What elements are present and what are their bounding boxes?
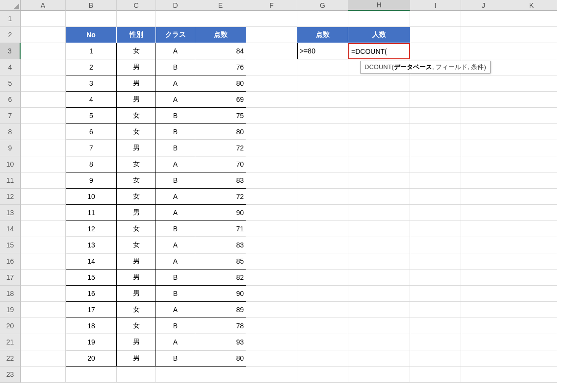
cell-I22[interactable]: [410, 350, 461, 367]
cell-sex[interactable]: 男: [117, 350, 156, 367]
cell-sex[interactable]: 女: [117, 156, 156, 172]
select-all-corner[interactable]: [0, 0, 21, 11]
cell-H7[interactable]: [348, 108, 410, 124]
cell-G12[interactable]: [297, 189, 348, 205]
cell-A14[interactable]: [21, 221, 66, 237]
cell-F22[interactable]: [246, 350, 297, 367]
cell-G20[interactable]: [297, 318, 348, 334]
formula-cell[interactable]: =DCOUNT(DCOUNT(データベース, フィールド, 条件): [348, 43, 410, 59]
cell-sex[interactable]: 女: [117, 43, 156, 59]
cell-H17[interactable]: [348, 270, 410, 286]
cell-K4[interactable]: [506, 59, 557, 75]
cell-F10[interactable]: [246, 156, 297, 172]
cell-F17[interactable]: [246, 270, 297, 286]
cell-A1[interactable]: [21, 11, 66, 27]
row-header-23[interactable]: 23: [0, 367, 21, 383]
cell-F9[interactable]: [246, 140, 297, 156]
cell-class[interactable]: A: [156, 43, 195, 59]
cell-G18[interactable]: [297, 286, 348, 302]
cell-sex[interactable]: 男: [117, 334, 156, 350]
cell-K2[interactable]: [506, 27, 557, 43]
cell-A2[interactable]: [21, 27, 66, 43]
cell-K21[interactable]: [506, 334, 557, 350]
cell-I10[interactable]: [410, 156, 461, 172]
col-header-F[interactable]: F: [246, 0, 297, 11]
row-header-10[interactable]: 10: [0, 156, 21, 172]
cell-sex[interactable]: 男: [117, 253, 156, 270]
cell-score[interactable]: 71: [195, 221, 246, 237]
cell-H10[interactable]: [348, 156, 410, 172]
cell-A19[interactable]: [21, 302, 66, 318]
cell-class[interactable]: A: [156, 253, 195, 270]
cell-sex[interactable]: 女: [117, 124, 156, 140]
spreadsheet-grid[interactable]: ABCDEFGHIJK12No性別クラス点数点数人数31女A84>=80=DCO…: [0, 0, 571, 383]
cell-score[interactable]: 80: [195, 75, 246, 92]
cell-A7[interactable]: [21, 108, 66, 124]
row-header-9[interactable]: 9: [0, 140, 21, 156]
cell-class[interactable]: B: [156, 286, 195, 302]
cell-class[interactable]: A: [156, 334, 195, 350]
cell-I13[interactable]: [410, 205, 461, 221]
cell-I23[interactable]: [410, 367, 461, 383]
table-header-C[interactable]: 性別: [117, 27, 156, 43]
cell-K1[interactable]: [506, 11, 557, 27]
cell-K10[interactable]: [506, 156, 557, 172]
cell-no[interactable]: 10: [66, 189, 117, 205]
cell-F21[interactable]: [246, 334, 297, 350]
cell-F14[interactable]: [246, 221, 297, 237]
table-header-E[interactable]: 点数: [195, 27, 246, 43]
cell-sex[interactable]: 女: [117, 302, 156, 318]
cell-F16[interactable]: [246, 253, 297, 270]
cell-score[interactable]: 80: [195, 350, 246, 367]
cell-J3[interactable]: [461, 43, 506, 59]
cell-A23[interactable]: [21, 367, 66, 383]
row-header-4[interactable]: 4: [0, 59, 21, 75]
cell-G1[interactable]: [297, 11, 348, 27]
cell-no[interactable]: 19: [66, 334, 117, 350]
col-header-E[interactable]: E: [195, 0, 246, 11]
cell-K6[interactable]: [506, 92, 557, 108]
criteria-header-G[interactable]: 点数: [297, 27, 348, 43]
cell-no[interactable]: 14: [66, 253, 117, 270]
cell-class[interactable]: B: [156, 124, 195, 140]
cell-H19[interactable]: [348, 302, 410, 318]
cell-J8[interactable]: [461, 124, 506, 140]
cell-no[interactable]: 2: [66, 59, 117, 75]
cell-A5[interactable]: [21, 75, 66, 92]
cell-J13[interactable]: [461, 205, 506, 221]
cell-G8[interactable]: [297, 124, 348, 140]
cell-I11[interactable]: [410, 172, 461, 189]
col-header-A[interactable]: A: [21, 0, 66, 11]
cell-no[interactable]: 11: [66, 205, 117, 221]
cell-J6[interactable]: [461, 92, 506, 108]
row-header-3[interactable]: 3: [0, 43, 21, 59]
cell-G15[interactable]: [297, 237, 348, 253]
cell-class[interactable]: B: [156, 318, 195, 334]
row-header-6[interactable]: 6: [0, 92, 21, 108]
cell-H14[interactable]: [348, 221, 410, 237]
cell-G10[interactable]: [297, 156, 348, 172]
cell-I7[interactable]: [410, 108, 461, 124]
row-header-14[interactable]: 14: [0, 221, 21, 237]
cell-K11[interactable]: [506, 172, 557, 189]
cell-sex[interactable]: 男: [117, 205, 156, 221]
cell-score[interactable]: 78: [195, 318, 246, 334]
criteria-value[interactable]: >=80: [297, 43, 348, 59]
cell-I9[interactable]: [410, 140, 461, 156]
cell-K19[interactable]: [506, 302, 557, 318]
cell-class[interactable]: A: [156, 189, 195, 205]
cell-sex[interactable]: 男: [117, 286, 156, 302]
cell-no[interactable]: 13: [66, 237, 117, 253]
cell-no[interactable]: 1: [66, 43, 117, 59]
cell-I8[interactable]: [410, 124, 461, 140]
cell-H12[interactable]: [348, 189, 410, 205]
cell-K13[interactable]: [506, 205, 557, 221]
cell-I14[interactable]: [410, 221, 461, 237]
cell-no[interactable]: 20: [66, 350, 117, 367]
row-header-2[interactable]: 2: [0, 27, 21, 43]
cell-A13[interactable]: [21, 205, 66, 221]
row-header-16[interactable]: 16: [0, 253, 21, 270]
cell-A18[interactable]: [21, 286, 66, 302]
cell-class[interactable]: A: [156, 302, 195, 318]
cell-no[interactable]: 18: [66, 318, 117, 334]
